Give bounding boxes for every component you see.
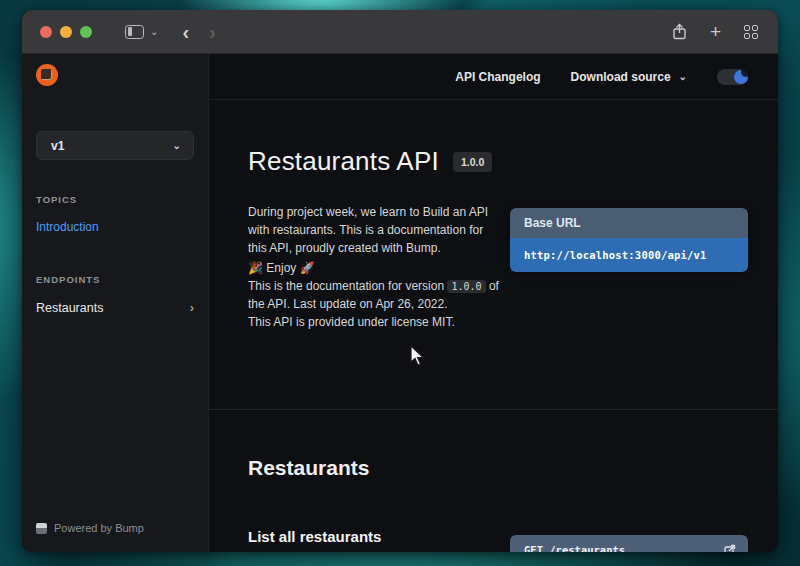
powered-by-label: Powered by Bump — [54, 522, 144, 534]
bump-logo-icon — [36, 523, 47, 534]
group-heading: Restaurants — [248, 456, 748, 480]
titlebar-right-actions: + — [672, 22, 758, 41]
forward-button[interactable]: › — [209, 22, 216, 42]
new-tab-button[interactable]: + — [710, 22, 721, 41]
license-paragraph: This API is provided under license MIT. — [248, 313, 500, 331]
download-source-label: Download source — [571, 70, 671, 84]
base-url-value[interactable]: http://localhost:3000/api/v1 — [510, 238, 748, 272]
intro-text-column: During project week, we learn to Build a… — [248, 203, 500, 331]
traffic-lights — [40, 26, 92, 38]
introduction-section: Restaurants API 1.0.0 During project wee… — [209, 100, 778, 410]
version-select[interactable]: v1 ⌄ — [36, 131, 194, 160]
dark-mode-toggle[interactable] — [717, 69, 748, 85]
sidebar-toggle-button[interactable]: ⌄ — [125, 25, 158, 39]
moon-icon — [734, 70, 748, 84]
tab-overview-icon[interactable] — [744, 25, 758, 39]
close-window-button[interactable] — [40, 26, 52, 38]
endpoint-chip-get-restaurants[interactable]: GET /restaurants — [510, 535, 748, 552]
restaurants-section: Restaurants List all restaurants GET /re… — [209, 410, 778, 552]
docs-sidebar: v1 ⌄ TOPICS Introduction ENDPOINTS Resta… — [22, 54, 208, 552]
minimize-window-button[interactable] — [60, 26, 72, 38]
base-url-panel: Base URL http://localhost:3000/api/v1 — [510, 208, 748, 272]
window-body: v1 ⌄ TOPICS Introduction ENDPOINTS Resta… — [22, 54, 778, 552]
version-paragraph: This is the documentation for version 1.… — [248, 277, 500, 313]
sidebar-item-label: Restaurants — [36, 301, 103, 315]
api-changelog-link[interactable]: API Changelog — [455, 70, 540, 84]
share-icon[interactable] — [672, 23, 687, 40]
chevron-down-icon: ⌄ — [150, 27, 158, 37]
browser-window: ⌄ ‹ › + v1 ⌄ TOPICS Introduction ENDPOIN… — [22, 10, 778, 552]
zoom-window-button[interactable] — [80, 26, 92, 38]
endpoints-section-label: ENDPOINTS — [36, 274, 194, 285]
chevron-right-icon: › — [190, 300, 194, 315]
base-url-label: Base URL — [510, 208, 748, 238]
operation-title: List all restaurants — [248, 528, 381, 545]
page-title: Restaurants API — [248, 146, 439, 177]
enjoy-line: 🎉 Enjoy 🚀 — [248, 259, 500, 277]
expand-icon — [724, 544, 736, 552]
title-row: Restaurants API 1.0.0 — [248, 146, 748, 177]
window-titlebar: ⌄ ‹ › + — [22, 10, 778, 54]
content-topbar: API Changelog Download source ⌄ — [209, 54, 778, 100]
sidebar-item-restaurants[interactable]: Restaurants › — [36, 300, 194, 315]
chevron-down-icon: ⌄ — [679, 71, 687, 82]
app-logo-icon[interactable] — [36, 64, 58, 86]
sidebar-item-introduction[interactable]: Introduction — [36, 220, 194, 234]
powered-by-bump-link[interactable]: Powered by Bump — [36, 522, 144, 534]
endpoint-chip-label: GET /restaurants — [524, 544, 625, 552]
version-badge: 1.0.0 — [453, 152, 492, 172]
version-inline-code: 1.0.0 — [447, 280, 485, 293]
version-select-value: v1 — [51, 139, 64, 153]
chevron-down-icon: ⌄ — [173, 140, 181, 151]
download-source-dropdown[interactable]: Download source ⌄ — [571, 70, 687, 84]
intro-paragraph: During project week, we learn to Build a… — [248, 203, 500, 257]
main-content: API Changelog Download source ⌄ Restaura… — [208, 54, 778, 552]
back-button[interactable]: ‹ — [182, 22, 189, 42]
topics-section-label: TOPICS — [36, 194, 194, 205]
sidebar-icon — [125, 25, 144, 39]
